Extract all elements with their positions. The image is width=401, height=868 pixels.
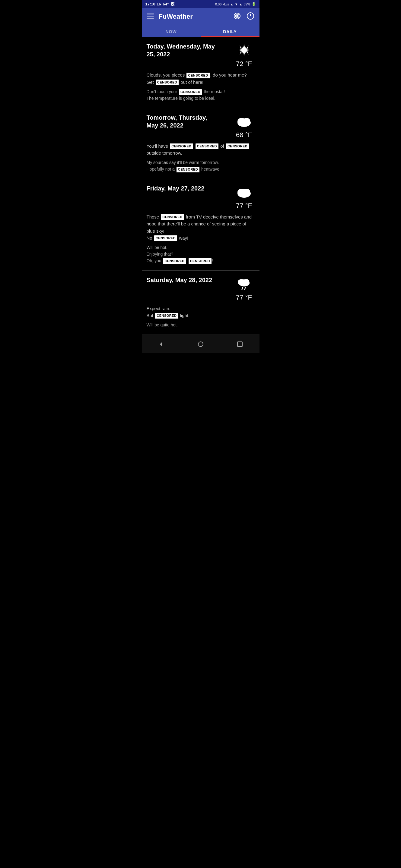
tabs: NOW DAILY: [142, 25, 259, 37]
censored-badge: CENSORED: [179, 89, 202, 95]
bottom-nav: [142, 335, 259, 353]
card-right-4: 77 °F: [233, 276, 255, 301]
description-4: Expect rain. But CENSORED light.: [147, 305, 255, 319]
note-4: Will be quite hot.: [147, 322, 255, 329]
svg-point-27: [243, 279, 249, 284]
clock-icon[interactable]: [246, 12, 255, 22]
date-3: Friday, May 27, 2022: [147, 184, 220, 192]
censored-badge: CENSORED: [154, 235, 177, 241]
note-2: My sources say it'll be warm tomorrow. H…: [147, 159, 255, 173]
svg-marker-16: [247, 51, 249, 55]
censored-badge: CENSORED: [155, 313, 178, 319]
svg-rect-1: [147, 16, 154, 17]
date-4: Saturday, May 28, 2022: [147, 276, 220, 284]
temp-4: 77 °F: [236, 293, 252, 301]
svg-marker-13: [238, 50, 241, 51]
description-1: Clouds, you pieces CENSORED, do you hear…: [147, 71, 255, 86]
card-right-2: 68 °F: [233, 114, 255, 139]
tab-daily[interactable]: DAILY: [201, 25, 259, 37]
wifi-icon: ▼: [235, 2, 238, 6]
menu-icon[interactable]: [147, 12, 154, 21]
card-header-1: Today, Wednesday, May 25, 2022 72 °F: [147, 42, 255, 68]
svg-line-29: [245, 287, 245, 290]
description-3: Those CENSORED from TV deceive themselve…: [147, 213, 255, 242]
svg-marker-12: [244, 53, 245, 56]
svg-marker-15: [239, 45, 242, 49]
censored-badge: CENSORED: [170, 143, 193, 150]
sun-icon: [233, 42, 255, 58]
censored-badge: CENSORED: [163, 258, 186, 264]
svg-point-31: [198, 342, 203, 347]
app-title: FuWeather: [159, 13, 228, 21]
note-3: Will be hot. Enjoying that? Oh, you CENS…: [147, 244, 255, 264]
censored-badge: CENSORED: [155, 79, 179, 86]
svg-marker-14: [248, 50, 250, 51]
battery-icon: 🔋: [252, 2, 256, 6]
svg-rect-32: [237, 342, 242, 347]
svg-point-10: [241, 47, 247, 53]
card-right-1: 72 °F: [233, 42, 255, 68]
battery: 69%: [244, 2, 250, 6]
home-button[interactable]: [195, 338, 207, 350]
card-right-3: 77 °F: [233, 184, 255, 210]
time: 17:10:16: [145, 2, 161, 6]
censored-badge: CENSORED: [176, 166, 200, 173]
data-speed: 0.06 kB/s: [215, 2, 229, 6]
card-header-2: Tomorrow, Thursday, May 26, 2022 68 °F: [147, 114, 255, 139]
svg-rect-2: [147, 18, 154, 19]
back-button[interactable]: [155, 338, 168, 350]
app-bar-icons: [233, 12, 255, 22]
card-header-3: Friday, May 27, 2022 77 °F: [147, 184, 255, 210]
censored-badge: CENSORED: [186, 72, 210, 79]
svg-marker-11: [244, 44, 245, 47]
tab-now[interactable]: NOW: [142, 25, 201, 37]
censored-badge: CENSORED: [226, 143, 249, 150]
day-card-3: Friday, May 27, 2022 77 °F Those CENSORE…: [142, 179, 259, 271]
day-card-2: Tomorrow, Thursday, May 26, 2022 68 °F Y…: [142, 108, 259, 179]
censored-badge: CENSORED: [161, 214, 184, 220]
svg-marker-17: [247, 45, 249, 49]
signal-bars: ▲: [239, 2, 242, 6]
day-card-1: Today, Wednesday, May 25, 2022 72 °F Clo…: [142, 37, 259, 108]
svg-marker-30: [160, 342, 162, 347]
date-2: Tomorrow, Thursday, May 26, 2022: [147, 114, 220, 129]
censored-badge: CENSORED: [188, 258, 212, 264]
svg-rect-0: [147, 13, 154, 14]
censored-badge: CENSORED: [195, 143, 219, 150]
status-left: 17:10:16 64° 🖼: [145, 2, 175, 6]
recents-button[interactable]: [234, 338, 246, 350]
svg-point-21: [243, 118, 250, 124]
signal-icon: ▲: [230, 2, 233, 6]
temp-2: 68 °F: [236, 131, 252, 139]
cloud-icon-2: [233, 114, 255, 129]
svg-marker-18: [239, 51, 242, 55]
app-bar: FuWeather: [142, 8, 259, 25]
photo-icon: 🖼: [170, 2, 174, 6]
note-1: Don't touch your CENSORED thermostat! Th…: [147, 89, 255, 102]
description-2: You'll have CENSORED CENSORED of CENSORE…: [147, 143, 255, 157]
day-card-4: Saturday, May 28, 2022 77 °F Expect rain…: [142, 271, 259, 335]
temp-1: 72 °F: [236, 60, 252, 68]
svg-line-28: [242, 287, 242, 290]
rain-cloud-icon: [233, 276, 255, 291]
radar-icon[interactable]: [233, 12, 241, 22]
cloud-icon-3: [233, 184, 255, 199]
card-header-4: Saturday, May 28, 2022 77 °F: [147, 276, 255, 301]
temperature-status: 64°: [163, 2, 169, 6]
status-right: 0.06 kB/s ▲ ▼ ▲ 69% 🔋: [215, 2, 256, 6]
temp-3: 77 °F: [236, 202, 252, 210]
status-bar: 17:10:16 64° 🖼 0.06 kB/s ▲ ▼ ▲ 69% 🔋: [142, 0, 259, 8]
date-1: Today, Wednesday, May 25, 2022: [147, 42, 220, 58]
svg-point-24: [243, 189, 250, 195]
